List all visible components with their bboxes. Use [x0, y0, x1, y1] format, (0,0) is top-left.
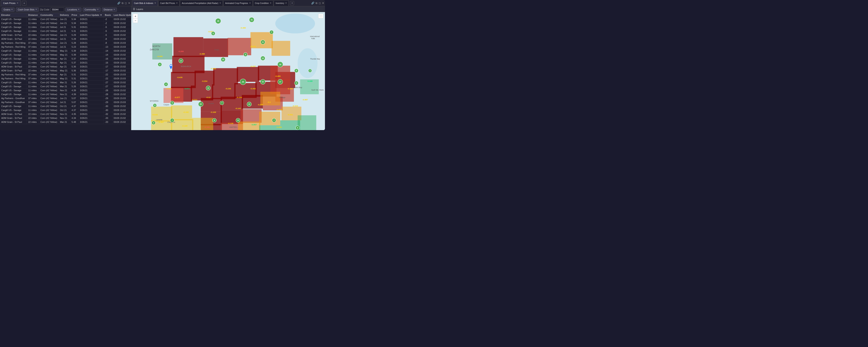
distance-button[interactable]: Distance ▼	[102, 7, 117, 12]
commodity-button[interactable]: Commodity ▼	[83, 7, 101, 12]
right-link-icon[interactable]: 🔗	[311, 2, 314, 5]
tab-inventory-close[interactable]: ✕	[285, 2, 287, 4]
cluster-group[interactable]: 3	[152, 121, 155, 125]
cluster-group[interactable]: 4	[164, 82, 168, 86]
map-area[interactable]: ☰ Layers + − ⛶	[131, 6, 325, 130]
tab-animated-crop-progress[interactable]: Animated Crop Progress ✕	[223, 0, 253, 6]
table-row[interactable]: Ag Partners - Red Wing 37 miles Corn (#2…	[0, 41, 131, 45]
table-row[interactable]: Cargill US - Savage 11 miles Corn (#2 Ye…	[0, 84, 131, 89]
cluster-group[interactable]: 5	[294, 81, 298, 85]
cluster-group[interactable]: 40	[240, 79, 246, 85]
table-row[interactable]: Cargill US - Savage 11 miles Corn (#2 Ye…	[0, 17, 131, 21]
table-row[interactable]: Cargill US - Savage 11 miles Corn (#2 Ye…	[0, 80, 131, 84]
cluster-group[interactable]: 30	[277, 62, 283, 67]
table-row[interactable]: Cargill US - Savage 11 miles Corn (#2 Ye…	[0, 104, 131, 108]
table-row[interactable]: Cargill US - Savage 11 miles Corn (#2 Ye…	[0, 57, 131, 61]
cluster-group[interactable]: 7	[170, 118, 174, 122]
cell-price: 5.39	[70, 49, 79, 53]
cluster-group[interactable]: 13	[206, 86, 210, 90]
col-last-price-update[interactable]: Last Price Update ▼	[79, 13, 103, 17]
cluster-group[interactable]: 5	[211, 31, 215, 35]
locations-button[interactable]: Locations ▼	[65, 7, 82, 12]
cluster-group[interactable]: 8	[244, 53, 247, 57]
table-row[interactable]: ADM Grain - St Paul 22 miles Corn (#2 Ye…	[0, 112, 131, 116]
table-row[interactable]: Cargill US - Savage 11 miles Corn (#2 Ye…	[0, 29, 131, 33]
tab-accumulated-precip[interactable]: Accumulated Precipitiation (Add Radar) ✕	[180, 0, 223, 6]
cash-grain-bids-button[interactable]: Cash Grain Bids ▼	[16, 7, 39, 12]
cluster-group[interactable]: 10	[236, 118, 240, 123]
zip-code-input[interactable]	[51, 7, 64, 12]
table-row[interactable]: ADM Grain - St Paul 22 miles Corn (#2 Ye…	[0, 65, 131, 69]
table-row[interactable]: ADM Grain - St Paul 22 miles Corn (#2 Ye…	[0, 69, 131, 73]
tab-anim-crop-close[interactable]: ✕	[249, 2, 251, 4]
cluster-group[interactable]: 13	[179, 59, 183, 63]
cluster-group[interactable]: 15	[221, 57, 225, 62]
cluster-group[interactable]: 7	[220, 101, 224, 105]
table-row[interactable]: ADM Grain - St Paul 22 miles Corn (#2 Ye…	[0, 33, 131, 37]
copy-icon[interactable]: ⧉	[122, 2, 124, 5]
left-add-tab-button[interactable]: +	[22, 1, 27, 5]
cluster-group[interactable]: 21	[260, 79, 266, 84]
table-row[interactable]: Ag Partners - Goodhue 37 miles Corn (#2 …	[0, 96, 131, 100]
tab-cash-bid-prices-close[interactable]: ✕	[176, 2, 178, 4]
table-row[interactable]: ADM Grain - St Paul 22 miles Corn (#2 Ye…	[0, 116, 131, 120]
cell-last-price-update: 3/26/21	[79, 25, 103, 29]
table-row[interactable]: ADM Grain - St Paul 22 miles Corn (#2 Ye…	[0, 37, 131, 41]
zoom-in-button[interactable]: +	[133, 14, 138, 18]
cluster-group[interactable]: 8	[213, 118, 216, 122]
table-row[interactable]: Cargill US - Savage 11 miles Corn (#2 Ye…	[0, 53, 131, 57]
table-row[interactable]: Ag Partners - Red Wing 37 miles Corn (#2…	[0, 77, 131, 80]
cell-basis: -8	[103, 41, 112, 45]
cluster-group[interactable]: 31	[249, 17, 254, 22]
table-row[interactable]: Cargill US - Savage 11 miles Corn (#2 Ye…	[0, 49, 131, 53]
cluster-group[interactable]: 18	[198, 102, 203, 107]
map-expand-button[interactable]: ⛶	[318, 14, 323, 18]
cluster-group[interactable]: 5	[170, 101, 174, 105]
cluster-group[interactable]: 1	[308, 69, 312, 72]
table-row[interactable]: Cargill US - Savage 11 miles Corn (#2 Ye…	[0, 21, 131, 25]
table-row[interactable]: Cargill US - Savage 11 miles Corn (#2 Ye…	[0, 108, 131, 112]
data-table-container[interactable]: Elevator Distance Commodity Delivery Pri…	[0, 13, 131, 130]
cluster-group[interactable]: 11	[260, 40, 265, 44]
zoom-out-button[interactable]: −	[133, 18, 138, 23]
cluster-group[interactable]: 7	[270, 30, 274, 34]
right-copy-icon[interactable]: ⧉	[316, 2, 317, 5]
basis-value-label: -0.016	[152, 113, 158, 116]
cluster-count: 7	[274, 119, 275, 122]
tab-cash-bid-prices[interactable]: Cash Bid Prices ✕	[158, 0, 180, 6]
table-row[interactable]: Cargill US - Savage 11 miles Corn (#2 Ye…	[0, 61, 131, 65]
table-row[interactable]: ADM Grain - St Paul 22 miles Corn (#2 Ye…	[0, 120, 131, 124]
layers-button[interactable]: ☰ Layers	[133, 8, 143, 11]
right-close-icon[interactable]: ✕	[322, 2, 324, 5]
close-panel-icon[interactable]: ✕	[128, 2, 130, 5]
link-icon[interactable]: 🔗	[117, 2, 120, 5]
cluster-group[interactable]: 28	[215, 18, 221, 24]
cluster-group[interactable]: 4	[158, 63, 162, 66]
right-add-tab-button[interactable]: +	[290, 1, 294, 5]
table-row[interactable]: Cargill US - Savage 11 miles Corn (#2 Ye…	[0, 25, 131, 29]
table-row[interactable]: Cargill US - Savage 11 miles Corn (#2 Ye…	[0, 89, 131, 93]
tab-crop-condition-close[interactable]: ✕	[270, 2, 272, 4]
window-icon[interactable]: ◻	[125, 2, 127, 5]
cash-prices-tab-close[interactable]: ✕	[17, 2, 18, 4]
table-row[interactable]: Ag Partners - Red Wing 37 miles Corn (#2…	[0, 73, 131, 77]
tab-cash-bids-close[interactable]: ✕	[154, 2, 156, 4]
tab-crop-condition[interactable]: Crop Condition ✕	[253, 0, 274, 6]
cluster-group[interactable]: 27	[278, 79, 283, 84]
cluster-group[interactable]: 7	[272, 118, 276, 122]
tab-accum-precip-close[interactable]: ✕	[219, 2, 221, 4]
cluster-group[interactable]: 5	[294, 69, 298, 73]
cluster-group[interactable]: 8	[296, 126, 300, 130]
table-row[interactable]: Ag Partners - Red Wing 37 miles Corn (#2…	[0, 45, 131, 49]
tab-cash-bids-indexes[interactable]: Cash Bids & Indexes ✕	[132, 0, 158, 6]
table-row[interactable]: Cargill US - Savage 11 miles Corn (#2 Ye…	[0, 93, 131, 96]
tab-inventory[interactable]: Inventory ✕	[274, 0, 289, 6]
table-row[interactable]: Ag Partners - Goodhue 37 miles Corn (#2 …	[0, 100, 131, 104]
grains-button[interactable]: Grains ▼	[2, 7, 14, 12]
right-window-icon[interactable]: ◻	[319, 2, 321, 5]
cluster-group[interactable]: 12	[247, 102, 251, 106]
cell-last-basis-update: 03/26 15:03	[112, 41, 131, 45]
cash-prices-tab[interactable]: Cash Prices ✕	[1, 0, 21, 6]
cluster-group[interactable]: 3	[153, 103, 157, 107]
cluster-group[interactable]: 12	[260, 56, 265, 60]
